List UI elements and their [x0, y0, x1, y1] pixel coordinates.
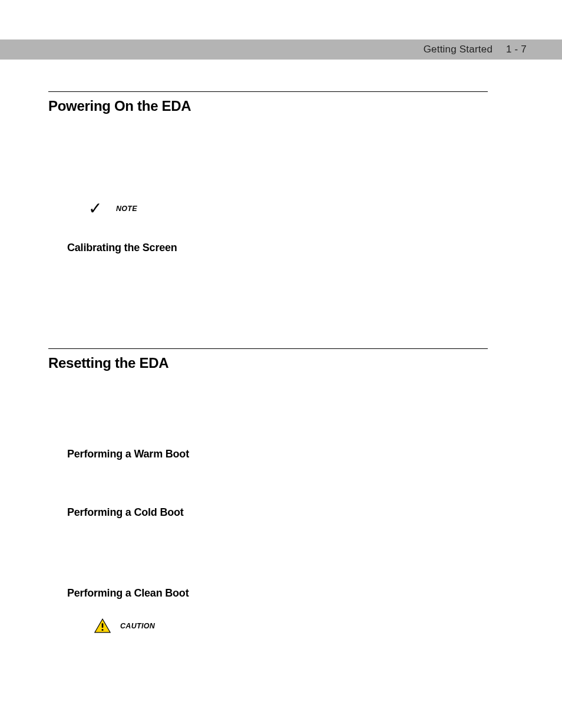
heading-cold-boot: Performing a Cold Boot	[67, 506, 488, 519]
page-header-text: Getting Started 1 - 7	[424, 44, 527, 55]
spacer	[48, 460, 488, 506]
spacer	[48, 254, 488, 348]
section-rule	[48, 91, 488, 92]
page-number: 1 - 7	[506, 44, 527, 55]
checkmark-icon: ✓	[88, 200, 102, 217]
spacer	[48, 217, 488, 242]
page-content: Powering On the EDA ✓ NOTE Calibrating t…	[48, 91, 488, 633]
heading-clean-boot: Performing a Clean Boot	[67, 587, 488, 599]
section-name: Getting Started	[424, 44, 492, 55]
spacer	[48, 371, 488, 448]
svg-rect-1	[102, 623, 104, 628]
heading-resetting: Resetting the EDA	[48, 355, 488, 371]
caution-triangle-icon	[94, 618, 111, 633]
spacer	[48, 519, 488, 587]
svg-point-2	[101, 629, 103, 631]
heading-warm-boot: Performing a Warm Boot	[67, 448, 488, 460]
document-page: Getting Started 1 - 7 Powering On the ED…	[0, 0, 562, 728]
caution-block: CAUTION	[94, 618, 488, 633]
heading-powering-on: Powering On the EDA	[48, 98, 488, 114]
heading-calibrating: Calibrating the Screen	[67, 242, 488, 254]
spacer	[48, 114, 488, 200]
page-header-bar: Getting Started 1 - 7	[0, 39, 562, 60]
section-rule	[48, 348, 488, 349]
note-label: NOTE	[116, 205, 137, 213]
note-block: ✓ NOTE	[88, 200, 488, 217]
spacer	[48, 599, 488, 618]
caution-label: CAUTION	[120, 622, 155, 630]
